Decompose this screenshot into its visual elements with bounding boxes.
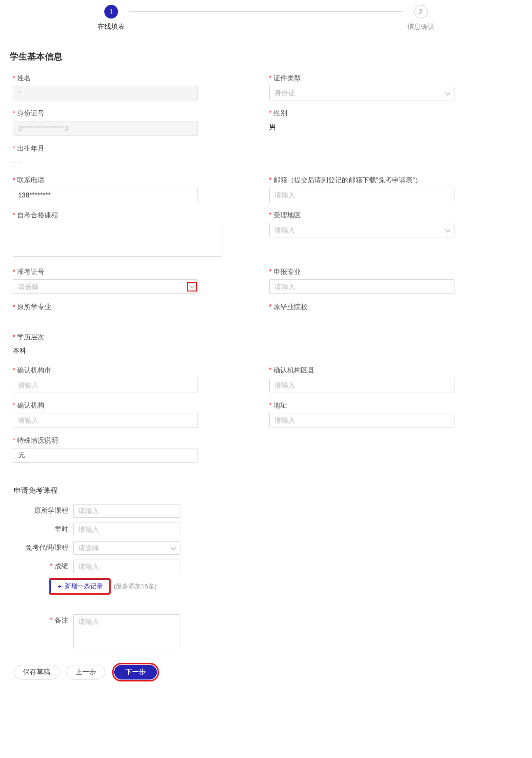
apply-major-input[interactable] — [269, 279, 454, 294]
dob-label: 出生年月 — [13, 144, 263, 153]
exempt-code-label: 免考代码/课程 — [10, 544, 73, 552]
section-title: 学生基本信息 — [10, 51, 522, 62]
dob-value: - - — [13, 156, 198, 167]
save-draft-button[interactable]: 保存草稿 — [14, 665, 59, 680]
step-line — [129, 11, 403, 12]
address-input[interactable] — [269, 413, 454, 428]
confirm-district-label: 确认机构区县 — [269, 366, 520, 375]
remark-label: 备注 — [10, 614, 73, 648]
name-input — [13, 86, 198, 100]
special-label: 特殊情况说明 — [13, 436, 263, 445]
prev-step-button[interactable]: 上一步 — [66, 665, 105, 680]
remark-textarea[interactable] — [73, 614, 180, 648]
hours-label: 学时 — [10, 525, 73, 534]
hours-input[interactable] — [73, 523, 180, 536]
phone-input[interactable] — [13, 188, 198, 202]
add-record-label: 新增一条记录 — [65, 582, 103, 591]
phone-label: 联系电话 — [13, 176, 263, 185]
step-1-circle: 1 — [104, 5, 118, 19]
orig-school-label: 原毕业院校 — [269, 303, 520, 311]
gender-value: 男 — [269, 121, 520, 134]
exempt-code-select[interactable] — [73, 541, 180, 555]
region-label: 受理地区 — [269, 211, 520, 220]
step-2-circle: 2 — [414, 5, 428, 19]
score-input[interactable] — [73, 560, 180, 573]
edu-level-value: 本科 — [13, 345, 263, 357]
name-label: 姓名 — [13, 74, 263, 83]
ticket-label: 准考证号 — [13, 268, 263, 276]
email-label: 邮箱（提交后请到登记的邮箱下载"免考申请表"） — [269, 176, 520, 185]
step-1: 1 在线填表 — [98, 5, 125, 31]
step-2-label: 信息确认 — [407, 22, 434, 31]
orig-course-label: 原所学课程 — [10, 506, 73, 515]
steps-bar: 1 在线填表 2 信息确认 — [10, 5, 522, 31]
region-select[interactable] — [269, 223, 454, 237]
score-label: 成绩 — [10, 562, 73, 571]
confirm-district-input[interactable] — [269, 378, 454, 392]
orig-major-label: 原所学专业 — [13, 303, 263, 311]
apply-major-label: 申报专业 — [269, 268, 520, 276]
gender-label: 性别 — [269, 109, 520, 118]
add-limit-text: (最多添加15条) — [114, 582, 157, 591]
idcard-label: 身份证号 — [13, 109, 263, 118]
course-section-title: 申请免考课程 — [10, 486, 522, 495]
next-step-button[interactable]: 下一步 — [114, 665, 157, 680]
email-input[interactable] — [269, 188, 454, 202]
orig-course-input[interactable] — [73, 504, 180, 518]
confirm-city-input[interactable] — [13, 378, 198, 392]
confirm-org-label: 确认机构 — [13, 401, 263, 410]
ticket-select[interactable] — [13, 279, 198, 294]
pass-course-textarea[interactable] — [13, 223, 222, 257]
cert-type-select[interactable] — [269, 86, 454, 100]
confirm-city-label: 确认机构市 — [13, 366, 263, 375]
confirm-org-input[interactable] — [13, 413, 198, 428]
step-2: 2 信息确认 — [407, 5, 434, 31]
idcard-input — [13, 121, 198, 136]
cert-type-label: 证件类型 — [269, 74, 520, 83]
edu-level-label: 学历层次 — [13, 333, 263, 342]
address-label: 地址 — [269, 401, 520, 410]
pass-course-label: 自考合格课程 — [13, 211, 263, 220]
step-1-label: 在线填表 — [98, 22, 125, 31]
special-input[interactable] — [13, 448, 198, 463]
plus-icon: ＋ — [57, 582, 63, 591]
add-record-button[interactable]: ＋ 新增一条记录 — [50, 580, 109, 593]
